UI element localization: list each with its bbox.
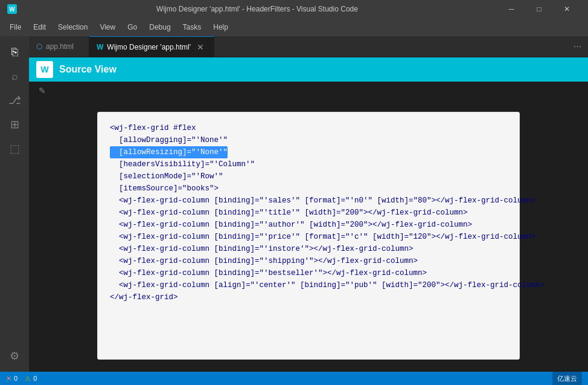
- activity-icons-top: ⎘⌕⎇⊞⬚: [4, 41, 25, 160]
- minimize-button[interactable]: ─: [497, 0, 525, 18]
- highlighted-line: [allowResizing]="'None'": [110, 146, 228, 158]
- tab-label: app.html: [46, 42, 74, 51]
- wijmo-source-view-title: Source View: [59, 64, 117, 75]
- menu-item-view[interactable]: View: [95, 21, 120, 34]
- activity-bottom: ⚙: [4, 345, 25, 367]
- status-bar: ✕ 0 ⚠ 0 亿速云: [0, 372, 588, 385]
- activity-bar: ⎘⌕⎇⊞⬚ ⚙: [0, 36, 29, 372]
- main-layout: ⎘⌕⎇⊞⬚ ⚙ ⬡ app.html W Wijmo Designer 'app…: [0, 36, 588, 372]
- warning-number: 0: [33, 375, 37, 382]
- error-icon: ✕: [6, 375, 11, 383]
- menu-item-help[interactable]: Help: [208, 21, 233, 34]
- code-line-11: <wj-flex-grid-column [binding]="'shippin…: [110, 255, 507, 267]
- tab-icon: ⬡: [36, 42, 42, 51]
- remote-icon[interactable]: ⬚: [4, 138, 25, 160]
- code-line-1: [allowDragging]="'None'": [110, 134, 507, 146]
- code-line-0: <wj-flex-grid #flex: [110, 122, 507, 134]
- tab-app-html[interactable]: ⬡ app.html: [29, 36, 89, 57]
- editor-actions: ✎: [29, 82, 588, 100]
- tab-more-button[interactable]: ···: [567, 36, 588, 57]
- menu-item-tasks[interactable]: Tasks: [178, 21, 206, 34]
- title-bar: W Wijmo Designer 'app.html' - HeaderFilt…: [0, 0, 588, 18]
- error-count: ✕ 0: [6, 375, 18, 383]
- menu-item-edit[interactable]: Edit: [28, 21, 51, 34]
- search-icon[interactable]: ⌕: [4, 65, 25, 87]
- brand-label: 亿速云: [552, 372, 582, 385]
- status-right: 亿速云: [552, 372, 582, 385]
- error-number: 0: [14, 375, 18, 382]
- wijmo-logo: W: [36, 61, 53, 78]
- extensions-icon[interactable]: ⊞: [4, 114, 25, 135]
- window-title: Wijmo Designer 'app.html' - HeaderFilter…: [22, 5, 493, 13]
- code-line-2: [allowResizing]="'None'": [110, 146, 507, 158]
- code-line-9: <wj-flex-grid-column [binding]="'price'"…: [110, 231, 507, 243]
- menu-item-go[interactable]: Go: [123, 21, 142, 34]
- code-line-4: [selectionMode]="'Row'": [110, 170, 507, 183]
- code-line-7: <wj-flex-grid-column [binding]="'title'"…: [110, 207, 507, 219]
- menu-item-debug[interactable]: Debug: [144, 21, 175, 34]
- wijmo-tab-logo: W: [97, 43, 103, 51]
- code-line-13: <wj-flex-grid-column [align]="'center'" …: [110, 279, 507, 291]
- menu-item-selection[interactable]: Selection: [53, 21, 92, 34]
- window-controls[interactable]: ─ □ ✕: [497, 0, 581, 18]
- code-editor: <wj-flex-grid #flex [allowDragging]="'No…: [29, 100, 588, 372]
- maximize-button[interactable]: □: [525, 0, 553, 18]
- tab-wijmo-designer[interactable]: W Wijmo Designer 'app.html' ✕: [89, 36, 214, 57]
- menu-bar: FileEditSelectionViewGoDebugTasksHelp: [0, 18, 588, 36]
- warning-icon: ⚠: [25, 375, 31, 383]
- wijmo-header: W Source View: [29, 57, 588, 82]
- files-icon[interactable]: ⎘: [4, 41, 25, 63]
- code-line-6: <wj-flex-grid-column [binding]="'sales'"…: [110, 195, 507, 207]
- warning-count: ⚠ 0: [25, 375, 37, 383]
- content-area: ⬡ app.html W Wijmo Designer 'app.html' ✕…: [29, 36, 588, 372]
- code-line-12: <wj-flex-grid-column [binding]="'bestsel…: [110, 267, 507, 279]
- tab-label-active: Wijmo Designer 'app.html': [107, 43, 191, 51]
- code-line-5: [itemsSource]="books">: [110, 183, 507, 195]
- tab-bar: ⬡ app.html W Wijmo Designer 'app.html' ✕…: [29, 36, 588, 57]
- code-line-14: </wj-flex-grid>: [110, 291, 507, 303]
- source-control-icon[interactable]: ⎇: [4, 89, 25, 111]
- edit-action-icon[interactable]: ✎: [36, 83, 48, 98]
- close-button[interactable]: ✕: [553, 0, 581, 18]
- menu-item-file[interactable]: File: [5, 21, 26, 34]
- tab-close-button[interactable]: ✕: [194, 41, 206, 53]
- code-line-3: [headersVisibility]="'Column'": [110, 158, 507, 170]
- code-line-8: <wj-flex-grid-column [binding]="'author'…: [110, 219, 507, 231]
- code-line-10: <wj-flex-grid-column [binding]="'instore…: [110, 243, 507, 255]
- settings-icon[interactable]: ⚙: [4, 345, 25, 367]
- source-code-block: <wj-flex-grid #flex [allowDragging]="'No…: [97, 112, 520, 360]
- app-icon: W: [7, 4, 17, 14]
